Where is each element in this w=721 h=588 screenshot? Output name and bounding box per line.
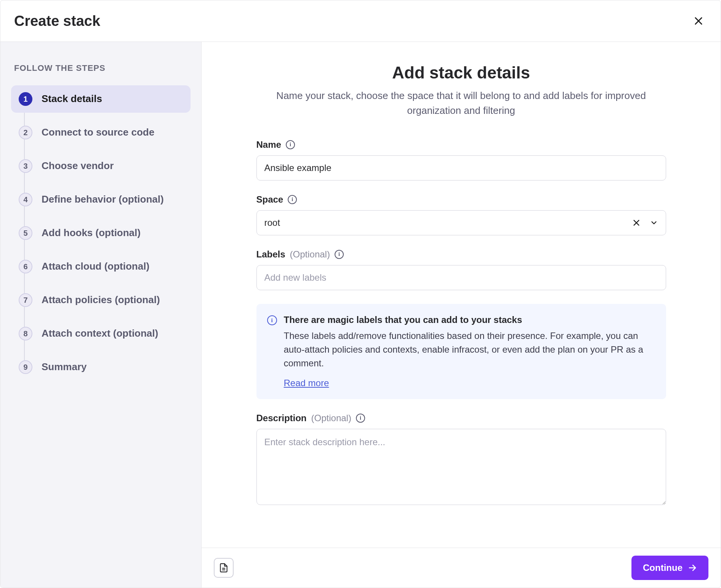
name-input[interactable] <box>256 155 666 181</box>
close-button[interactable] <box>690 13 707 29</box>
labels-optional: (Optional) <box>290 249 330 260</box>
labels-input[interactable] <box>256 265 666 290</box>
step-add-hooks[interactable]: 5 Add hooks (optional) <box>11 219 191 247</box>
step-summary[interactable]: 9 Summary <box>11 353 191 381</box>
page-title: Add stack details <box>256 63 666 82</box>
info-box-text: These labels add/remove functionalities … <box>284 329 655 370</box>
arrow-right-icon <box>688 563 697 572</box>
info-icon[interactable]: i <box>286 140 295 149</box>
modal-body: FOLLOW THE STEPS 1 Stack details 2 Conne… <box>0 42 721 588</box>
labels-label: Labels <box>256 249 285 260</box>
step-attach-context[interactable]: 8 Attach context (optional) <box>11 320 191 347</box>
info-icon: i <box>267 315 277 325</box>
step-label: Choose vendor <box>42 160 114 173</box>
name-label: Name <box>256 139 281 150</box>
step-define-behavior[interactable]: 4 Define behavior (optional) <box>11 186 191 213</box>
space-value: root <box>264 217 632 228</box>
step-label: Define behavior (optional) <box>42 193 164 206</box>
close-icon <box>693 16 704 26</box>
space-select[interactable]: root <box>256 210 666 235</box>
info-icon[interactable]: i <box>356 414 365 423</box>
step-number: 4 <box>19 193 32 206</box>
clear-icon[interactable] <box>632 219 641 227</box>
info-icon[interactable]: i <box>288 195 297 204</box>
magic-labels-info: i There are magic labels that you can ad… <box>256 304 666 399</box>
main-panel: Add stack details Name your stack, choos… <box>202 42 721 588</box>
description-optional: (Optional) <box>311 413 351 423</box>
step-label: Add hooks (optional) <box>42 227 141 240</box>
step-label: Connect to source code <box>42 126 154 139</box>
chevron-down-icon[interactable] <box>650 219 658 227</box>
name-field: Name i <box>256 139 666 181</box>
step-label: Attach context (optional) <box>42 327 158 340</box>
space-label-row: Space i <box>256 194 666 205</box>
create-stack-modal: Create stack FOLLOW THE STEPS 1 Stack de… <box>0 0 721 588</box>
info-box-title: There are magic labels that you can add … <box>284 315 655 325</box>
step-number: 2 <box>19 126 32 139</box>
document-button[interactable] <box>214 558 234 578</box>
select-icons <box>632 219 658 227</box>
step-choose-vendor[interactable]: 3 Choose vendor <box>11 152 191 180</box>
content-inner: Add stack details Name your stack, choos… <box>256 63 666 532</box>
steps-list: 1 Stack details 2 Connect to source code… <box>11 85 191 381</box>
step-attach-policies[interactable]: 7 Attach policies (optional) <box>11 286 191 314</box>
modal-header: Create stack <box>0 0 721 42</box>
step-label: Stack details <box>42 93 102 105</box>
step-number: 9 <box>19 360 32 374</box>
name-label-row: Name i <box>256 139 666 150</box>
steps-sidebar: FOLLOW THE STEPS 1 Stack details 2 Conne… <box>0 42 202 588</box>
page-subtitle: Name your stack, choose the space that i… <box>256 88 666 118</box>
space-label: Space <box>256 194 284 205</box>
description-label: Description <box>256 413 307 423</box>
footer-bar: Continue <box>202 548 721 588</box>
continue-button[interactable]: Continue <box>631 556 708 580</box>
read-more-link[interactable]: Read more <box>284 378 329 388</box>
step-number: 6 <box>19 260 32 273</box>
labels-field: Labels (Optional) i <box>256 249 666 290</box>
step-label: Summary <box>42 361 87 374</box>
step-number: 5 <box>19 226 32 240</box>
step-label: Attach cloud (optional) <box>42 260 149 273</box>
continue-label: Continue <box>643 562 683 573</box>
labels-label-row: Labels (Optional) i <box>256 249 666 260</box>
step-label: Attach policies (optional) <box>42 294 160 307</box>
sidebar-heading: FOLLOW THE STEPS <box>11 63 191 73</box>
description-field: Description (Optional) i <box>256 413 666 507</box>
step-number: 7 <box>19 293 32 307</box>
info-icon[interactable]: i <box>335 250 344 259</box>
description-label-row: Description (Optional) i <box>256 413 666 423</box>
step-number: 1 <box>19 92 32 106</box>
modal-title: Create stack <box>14 13 100 29</box>
info-box-body: There are magic labels that you can add … <box>284 315 655 388</box>
document-icon <box>219 563 229 573</box>
step-stack-details[interactable]: 1 Stack details <box>11 85 191 113</box>
step-connect-source[interactable]: 2 Connect to source code <box>11 119 191 146</box>
step-attach-cloud[interactable]: 6 Attach cloud (optional) <box>11 253 191 280</box>
description-textarea[interactable] <box>256 429 666 505</box>
space-field: Space i root <box>256 194 666 235</box>
step-number: 3 <box>19 159 32 173</box>
step-number: 8 <box>19 327 32 340</box>
content-area: Add stack details Name your stack, choos… <box>202 42 721 548</box>
